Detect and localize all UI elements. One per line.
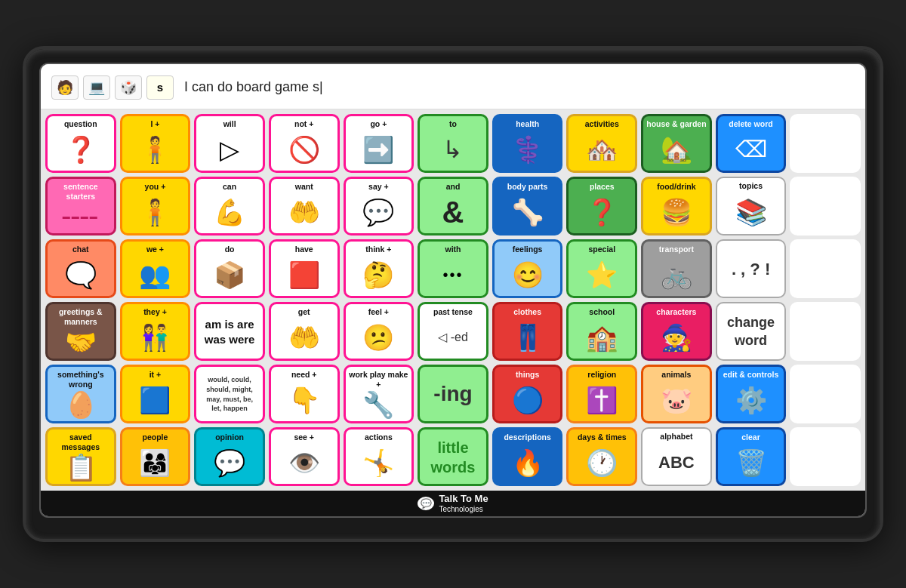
cell-icon: 👫 <box>125 319 186 356</box>
cell-icon: ➡️ <box>349 131 409 168</box>
cell-icon: ⚙️ <box>721 381 781 419</box>
brand-logo: 💬 Talk To Me Technologies <box>418 493 488 514</box>
cell-label: body parts <box>507 182 548 192</box>
cell-can[interactable]: can 💪 <box>194 177 265 236</box>
cell-icon: 😊 <box>498 256 558 294</box>
cell-we-plus[interactable]: we + 👥 <box>120 239 191 298</box>
cell-activities[interactable]: activities 🏘️ <box>566 114 637 173</box>
cell-little-words[interactable]: littlewords <box>418 427 488 486</box>
cell-punctuation[interactable]: . , ? ! <box>716 239 787 298</box>
cell-health[interactable]: health ⚕️ <box>492 114 563 173</box>
cell-icon: 🔥 <box>498 444 558 482</box>
cell-would-could[interactable]: would, could,should, might,may, must, be… <box>194 365 265 423</box>
cell-religion[interactable]: religion ✝️ <box>566 365 637 423</box>
cell-topics[interactable]: topics 📚 <box>716 177 787 236</box>
cell-delete-word[interactable]: delete word ⌫ <box>716 114 787 173</box>
cell-label: things <box>516 370 540 380</box>
cell-label: chat <box>72 245 89 254</box>
cell-they-plus[interactable]: they + 👫 <box>120 302 191 361</box>
cell-school[interactable]: school 🏫 <box>566 302 637 361</box>
cell-work-play-make[interactable]: work play make + 🔧 <box>344 365 414 423</box>
cell-feelings[interactable]: feelings 😊 <box>492 239 563 298</box>
cell-somethings-wrong[interactable]: something's wrong 🥚 <box>45 365 116 423</box>
bottom-bar: 💬 Talk To Me Technologies <box>41 491 865 516</box>
cell-it-plus[interactable]: it + 🟦 <box>120 365 191 423</box>
cell-need-plus[interactable]: need + 👇 <box>269 365 340 423</box>
cell-label: they + <box>143 307 167 317</box>
cell-go-plus[interactable]: go + ➡️ <box>344 114 414 173</box>
cell-days-times[interactable]: days & times 🕐 <box>566 427 637 486</box>
cell-people[interactable]: people 👨‍👩‍👧 <box>120 427 191 486</box>
cell-special[interactable]: special ⭐ <box>566 239 637 298</box>
cell-label: past tense <box>433 307 473 317</box>
cell-icon: 🟥 <box>274 256 334 294</box>
cell-icon: 🔧 <box>349 390 409 419</box>
cell-animals[interactable]: animals 🐷 <box>641 365 712 423</box>
cell-not-plus[interactable]: not + 🚫 <box>269 114 340 173</box>
cell-saved-messages[interactable]: saved messages 📋 <box>45 427 116 486</box>
cell-icon: ▬▬▬▬ <box>51 202 111 231</box>
cell-spacer6 <box>790 427 861 486</box>
cell-say-plus[interactable]: say + 💬 <box>344 177 414 236</box>
cell-label: need + <box>291 370 317 380</box>
cell-descriptions[interactable]: descriptions 🔥 <box>492 427 563 486</box>
cell-icon: 👇 <box>274 381 334 419</box>
cell-chat[interactable]: chat 🗨️ <box>45 239 116 298</box>
cell-spacer1 <box>790 114 861 173</box>
cell-label: alphabet <box>660 432 692 442</box>
cell-am-is-are[interactable]: am is arewas were <box>194 302 265 361</box>
cell-you-plus[interactable]: you + 🧍 <box>120 177 191 236</box>
cell-do[interactable]: do 📦 <box>194 239 265 298</box>
cell-i-plus[interactable]: I + 🧍 <box>120 114 191 173</box>
cell-opinion[interactable]: opinion 💬 <box>194 427 265 486</box>
cell-label: actions <box>365 433 393 442</box>
cell-label: places <box>590 182 615 192</box>
cell-change-word[interactable]: changeword <box>716 302 787 361</box>
cell-icon: & <box>423 193 483 231</box>
cell-feel-plus[interactable]: feel + 😕 <box>344 302 414 361</box>
cell-clear[interactable]: clear 🗑️ <box>716 427 787 486</box>
cell-label: see + <box>294 433 314 442</box>
cell-house-garden[interactable]: house & garden 🏡 <box>641 114 712 173</box>
cell-things[interactable]: things 🔵 <box>492 365 563 423</box>
brand-bubble-icon: 💬 <box>418 497 434 510</box>
cell-sentence-starters[interactable]: sentence starters ▬▬▬▬ <box>45 177 116 236</box>
cell-icon: 🚲 <box>646 256 707 294</box>
cell-greetings[interactable]: greetings & manners 🤝 <box>45 302 116 361</box>
cell-icon: 🟦 <box>125 381 186 419</box>
cell-want[interactable]: want 🤲 <box>269 177 340 236</box>
cell-icon: 📚 <box>720 192 782 232</box>
cell-transport[interactable]: transport 🚲 <box>641 239 712 298</box>
cell-icon: ⌫ <box>721 131 781 168</box>
cell-to[interactable]: to ↳ <box>418 114 488 173</box>
cell-see-plus[interactable]: see + 👁️ <box>269 427 340 486</box>
cell-and[interactable]: and & <box>418 177 488 236</box>
icon-game: 🎲 <box>115 75 142 100</box>
brand-text: Talk To Me Technologies <box>439 493 488 514</box>
cell-food-drink[interactable]: food/drink 🍔 <box>641 177 712 236</box>
cell-icon: 🤝 <box>51 328 111 356</box>
cell-characters[interactable]: characters 🧙 <box>641 302 712 361</box>
cell-think-plus[interactable]: think + 🤔 <box>344 239 414 298</box>
device: 🧑 💻 🎲 s I can do board game s| question … <box>23 46 883 542</box>
cell-icon: 📋 <box>51 453 111 482</box>
cell-icon: ◁ -ed <box>423 319 483 356</box>
cell-edit-controls[interactable]: edit & controls ⚙️ <box>716 365 787 423</box>
cell-with[interactable]: with ••• <box>418 239 488 298</box>
cell-places[interactable]: places ❓ <box>566 177 637 236</box>
cell-clothes[interactable]: clothes 👖 <box>492 302 563 361</box>
cell-label: school <box>589 307 615 317</box>
cell-body-parts[interactable]: body parts 🦴 <box>492 177 563 236</box>
cell-actions[interactable]: actions 🤸 <box>344 427 414 486</box>
cell-label: transport <box>659 245 694 254</box>
cell-get[interactable]: get 🤲 <box>269 302 340 361</box>
cell-icon: 🥚 <box>51 390 111 419</box>
cell-will[interactable]: will ▷ <box>194 114 265 173</box>
cell-have[interactable]: have 🟥 <box>269 239 340 298</box>
cell-icon: 🤲 <box>274 193 334 231</box>
cell-ing[interactable]: -ing <box>418 365 488 423</box>
cell-past-tense[interactable]: past tense ◁ -ed <box>418 302 488 361</box>
cell-label: work play make + <box>349 370 409 389</box>
cell-question[interactable]: question ❓ <box>45 114 116 173</box>
cell-alphabet[interactable]: alphabet ABC <box>641 427 712 486</box>
